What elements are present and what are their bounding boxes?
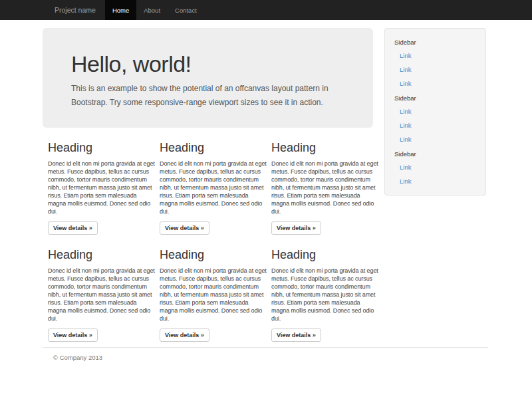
card-heading: Heading bbox=[271, 141, 378, 154]
card-heading: Heading bbox=[48, 141, 154, 154]
card-body-text: Donec id elit non mi porta gravida at eg… bbox=[160, 160, 267, 215]
jumbotron: Hello, world! This is an example to show… bbox=[43, 28, 373, 128]
hero-description: This is an example to show the potential… bbox=[71, 82, 354, 110]
card-body-text: Donec id elit non mi porta gravida at eg… bbox=[48, 160, 155, 215]
sidebar-group-title: Sidebar bbox=[385, 35, 485, 49]
cards-row-1: Heading Donec id elit non mi porta gravi… bbox=[43, 137, 373, 235]
sidebar-group-title: Sidebar bbox=[385, 90, 485, 104]
card-heading: Heading bbox=[48, 248, 154, 261]
view-details-button[interactable]: View details » bbox=[160, 221, 209, 235]
card-heading: Heading bbox=[271, 248, 378, 261]
nav-item-about[interactable]: About bbox=[136, 0, 168, 20]
view-details-button[interactable]: View details » bbox=[48, 221, 98, 235]
sidebar-column: Sidebar Link Link Link Sidebar Link Link… bbox=[384, 20, 486, 196]
view-details-button[interactable]: View details » bbox=[271, 221, 321, 235]
view-details-button[interactable]: View details » bbox=[160, 329, 209, 342]
sidebar-link[interactable]: Link bbox=[385, 63, 485, 76]
brand-link[interactable]: Project name bbox=[43, 0, 105, 20]
card-3: Heading Donec id elit non mi porta gravi… bbox=[266, 137, 378, 235]
sidebar-group-title: Sidebar bbox=[385, 146, 485, 160]
cards-row-2: Heading Donec id elit non mi porta gravi… bbox=[43, 244, 373, 342]
content-area: Hello, world! This is an example to show… bbox=[43, 20, 488, 342]
card-4: Heading Donec id elit non mi porta gravi… bbox=[43, 244, 154, 342]
hero-title: Hello, world! bbox=[71, 52, 354, 76]
card-5: Heading Donec id elit non mi porta gravi… bbox=[154, 244, 266, 342]
card-2: Heading Donec id elit non mi porta gravi… bbox=[154, 137, 266, 235]
sidebar-link[interactable]: Link bbox=[385, 76, 485, 90]
view-details-button[interactable]: View details » bbox=[271, 329, 321, 342]
card-body-text: Donec id elit non mi porta gravida at eg… bbox=[160, 267, 267, 323]
sidebar-link[interactable]: Link bbox=[385, 49, 485, 63]
card-heading: Heading bbox=[160, 141, 266, 154]
sidebar-link[interactable]: Link bbox=[385, 132, 485, 146]
sidebar-link[interactable]: Link bbox=[385, 104, 485, 118]
sidebar-link[interactable]: Link bbox=[385, 174, 485, 188]
footer-divider bbox=[43, 347, 488, 348]
navbar: Project name Home About Contact bbox=[0, 0, 532, 20]
sidebar-panel: Sidebar Link Link Link Sidebar Link Link… bbox=[384, 28, 486, 196]
page: Project name Home About Contact Hello, w… bbox=[0, 0, 532, 399]
footer: © Company 2013 bbox=[43, 347, 488, 361]
card-body-text: Donec id elit non mi porta gravida at eg… bbox=[271, 267, 378, 323]
nav-item-home[interactable]: Home bbox=[105, 0, 136, 20]
sidebar-link[interactable]: Link bbox=[385, 118, 485, 132]
card-1: Heading Donec id elit non mi porta gravi… bbox=[43, 137, 154, 235]
card-body-text: Donec id elit non mi porta gravida at eg… bbox=[48, 267, 155, 323]
main-column: Hello, world! This is an example to show… bbox=[43, 20, 373, 342]
navbar-inner: Project name Home About Contact bbox=[43, 0, 204, 20]
nav-item-contact[interactable]: Contact bbox=[168, 0, 204, 20]
card-heading: Heading bbox=[160, 248, 266, 261]
sidebar-link[interactable]: Link bbox=[385, 160, 485, 174]
card-6: Heading Donec id elit non mi porta gravi… bbox=[266, 244, 378, 342]
copyright-text: © Company 2013 bbox=[53, 354, 488, 361]
card-body-text: Donec id elit non mi porta gravida at eg… bbox=[271, 160, 378, 215]
view-details-button[interactable]: View details » bbox=[48, 329, 98, 342]
